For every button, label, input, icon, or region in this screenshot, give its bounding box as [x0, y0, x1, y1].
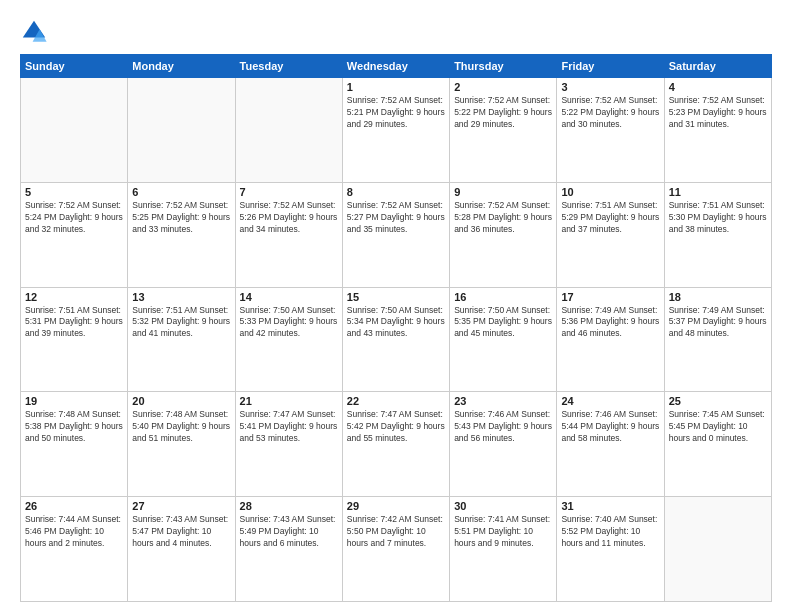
calendar-cell: 9Sunrise: 7:52 AM Sunset: 5:28 PM Daylig…: [450, 182, 557, 287]
day-number: 28: [240, 500, 338, 512]
calendar-cell: 8Sunrise: 7:52 AM Sunset: 5:27 PM Daylig…: [342, 182, 449, 287]
weekday-header-sunday: Sunday: [21, 55, 128, 78]
day-number: 9: [454, 186, 552, 198]
calendar-cell: [664, 497, 771, 602]
day-info: Sunrise: 7:45 AM Sunset: 5:45 PM Dayligh…: [669, 409, 767, 445]
day-number: 5: [25, 186, 123, 198]
day-number: 11: [669, 186, 767, 198]
day-number: 30: [454, 500, 552, 512]
day-info: Sunrise: 7:52 AM Sunset: 5:27 PM Dayligh…: [347, 200, 445, 236]
day-number: 7: [240, 186, 338, 198]
calendar-cell: [128, 78, 235, 183]
calendar-cell: 13Sunrise: 7:51 AM Sunset: 5:32 PM Dayli…: [128, 287, 235, 392]
week-row-1: 1Sunrise: 7:52 AM Sunset: 5:21 PM Daylig…: [21, 78, 772, 183]
day-info: Sunrise: 7:52 AM Sunset: 5:28 PM Dayligh…: [454, 200, 552, 236]
day-info: Sunrise: 7:52 AM Sunset: 5:24 PM Dayligh…: [25, 200, 123, 236]
calendar-cell: 6Sunrise: 7:52 AM Sunset: 5:25 PM Daylig…: [128, 182, 235, 287]
logo-icon: [20, 18, 48, 46]
calendar-cell: [21, 78, 128, 183]
calendar-cell: 14Sunrise: 7:50 AM Sunset: 5:33 PM Dayli…: [235, 287, 342, 392]
calendar-table: SundayMondayTuesdayWednesdayThursdayFrid…: [20, 54, 772, 602]
day-info: Sunrise: 7:48 AM Sunset: 5:38 PM Dayligh…: [25, 409, 123, 445]
day-number: 4: [669, 81, 767, 93]
day-number: 3: [561, 81, 659, 93]
day-number: 26: [25, 500, 123, 512]
day-info: Sunrise: 7:51 AM Sunset: 5:29 PM Dayligh…: [561, 200, 659, 236]
calendar-cell: 20Sunrise: 7:48 AM Sunset: 5:40 PM Dayli…: [128, 392, 235, 497]
weekday-header-row: SundayMondayTuesdayWednesdayThursdayFrid…: [21, 55, 772, 78]
weekday-header-wednesday: Wednesday: [342, 55, 449, 78]
day-number: 18: [669, 291, 767, 303]
day-number: 23: [454, 395, 552, 407]
day-info: Sunrise: 7:43 AM Sunset: 5:49 PM Dayligh…: [240, 514, 338, 550]
day-info: Sunrise: 7:50 AM Sunset: 5:35 PM Dayligh…: [454, 305, 552, 341]
day-info: Sunrise: 7:52 AM Sunset: 5:22 PM Dayligh…: [454, 95, 552, 131]
day-info: Sunrise: 7:46 AM Sunset: 5:44 PM Dayligh…: [561, 409, 659, 445]
day-info: Sunrise: 7:50 AM Sunset: 5:34 PM Dayligh…: [347, 305, 445, 341]
day-number: 27: [132, 500, 230, 512]
header: [20, 18, 772, 46]
calendar-cell: 26Sunrise: 7:44 AM Sunset: 5:46 PM Dayli…: [21, 497, 128, 602]
calendar-cell: 1Sunrise: 7:52 AM Sunset: 5:21 PM Daylig…: [342, 78, 449, 183]
calendar-cell: 28Sunrise: 7:43 AM Sunset: 5:49 PM Dayli…: [235, 497, 342, 602]
day-number: 8: [347, 186, 445, 198]
week-row-3: 12Sunrise: 7:51 AM Sunset: 5:31 PM Dayli…: [21, 287, 772, 392]
calendar-cell: 24Sunrise: 7:46 AM Sunset: 5:44 PM Dayli…: [557, 392, 664, 497]
day-number: 17: [561, 291, 659, 303]
day-info: Sunrise: 7:49 AM Sunset: 5:36 PM Dayligh…: [561, 305, 659, 341]
week-row-4: 19Sunrise: 7:48 AM Sunset: 5:38 PM Dayli…: [21, 392, 772, 497]
calendar-cell: 22Sunrise: 7:47 AM Sunset: 5:42 PM Dayli…: [342, 392, 449, 497]
calendar-cell: 4Sunrise: 7:52 AM Sunset: 5:23 PM Daylig…: [664, 78, 771, 183]
week-row-5: 26Sunrise: 7:44 AM Sunset: 5:46 PM Dayli…: [21, 497, 772, 602]
day-number: 2: [454, 81, 552, 93]
calendar-cell: 11Sunrise: 7:51 AM Sunset: 5:30 PM Dayli…: [664, 182, 771, 287]
day-number: 25: [669, 395, 767, 407]
calendar-cell: 10Sunrise: 7:51 AM Sunset: 5:29 PM Dayli…: [557, 182, 664, 287]
day-number: 19: [25, 395, 123, 407]
week-row-2: 5Sunrise: 7:52 AM Sunset: 5:24 PM Daylig…: [21, 182, 772, 287]
day-number: 13: [132, 291, 230, 303]
calendar-cell: 12Sunrise: 7:51 AM Sunset: 5:31 PM Dayli…: [21, 287, 128, 392]
day-info: Sunrise: 7:50 AM Sunset: 5:33 PM Dayligh…: [240, 305, 338, 341]
day-info: Sunrise: 7:49 AM Sunset: 5:37 PM Dayligh…: [669, 305, 767, 341]
day-number: 10: [561, 186, 659, 198]
weekday-header-monday: Monday: [128, 55, 235, 78]
weekday-header-saturday: Saturday: [664, 55, 771, 78]
calendar-cell: 3Sunrise: 7:52 AM Sunset: 5:22 PM Daylig…: [557, 78, 664, 183]
day-number: 20: [132, 395, 230, 407]
day-number: 31: [561, 500, 659, 512]
day-info: Sunrise: 7:44 AM Sunset: 5:46 PM Dayligh…: [25, 514, 123, 550]
day-info: Sunrise: 7:43 AM Sunset: 5:47 PM Dayligh…: [132, 514, 230, 550]
day-info: Sunrise: 7:52 AM Sunset: 5:23 PM Dayligh…: [669, 95, 767, 131]
weekday-header-friday: Friday: [557, 55, 664, 78]
day-info: Sunrise: 7:47 AM Sunset: 5:41 PM Dayligh…: [240, 409, 338, 445]
weekday-header-thursday: Thursday: [450, 55, 557, 78]
day-number: 24: [561, 395, 659, 407]
day-number: 14: [240, 291, 338, 303]
day-info: Sunrise: 7:52 AM Sunset: 5:25 PM Dayligh…: [132, 200, 230, 236]
calendar-cell: 15Sunrise: 7:50 AM Sunset: 5:34 PM Dayli…: [342, 287, 449, 392]
day-info: Sunrise: 7:47 AM Sunset: 5:42 PM Dayligh…: [347, 409, 445, 445]
page: SundayMondayTuesdayWednesdayThursdayFrid…: [0, 0, 792, 612]
day-info: Sunrise: 7:51 AM Sunset: 5:31 PM Dayligh…: [25, 305, 123, 341]
day-number: 22: [347, 395, 445, 407]
calendar-cell: 25Sunrise: 7:45 AM Sunset: 5:45 PM Dayli…: [664, 392, 771, 497]
calendar-cell: 31Sunrise: 7:40 AM Sunset: 5:52 PM Dayli…: [557, 497, 664, 602]
day-info: Sunrise: 7:52 AM Sunset: 5:26 PM Dayligh…: [240, 200, 338, 236]
day-info: Sunrise: 7:41 AM Sunset: 5:51 PM Dayligh…: [454, 514, 552, 550]
calendar-cell: 2Sunrise: 7:52 AM Sunset: 5:22 PM Daylig…: [450, 78, 557, 183]
calendar-cell: [235, 78, 342, 183]
day-number: 15: [347, 291, 445, 303]
calendar-cell: 30Sunrise: 7:41 AM Sunset: 5:51 PM Dayli…: [450, 497, 557, 602]
calendar-cell: 5Sunrise: 7:52 AM Sunset: 5:24 PM Daylig…: [21, 182, 128, 287]
calendar-cell: 27Sunrise: 7:43 AM Sunset: 5:47 PM Dayli…: [128, 497, 235, 602]
day-number: 1: [347, 81, 445, 93]
calendar-cell: 19Sunrise: 7:48 AM Sunset: 5:38 PM Dayli…: [21, 392, 128, 497]
calendar-cell: 16Sunrise: 7:50 AM Sunset: 5:35 PM Dayli…: [450, 287, 557, 392]
day-number: 21: [240, 395, 338, 407]
calendar-cell: 29Sunrise: 7:42 AM Sunset: 5:50 PM Dayli…: [342, 497, 449, 602]
day-info: Sunrise: 7:52 AM Sunset: 5:22 PM Dayligh…: [561, 95, 659, 131]
calendar-cell: 18Sunrise: 7:49 AM Sunset: 5:37 PM Dayli…: [664, 287, 771, 392]
day-info: Sunrise: 7:48 AM Sunset: 5:40 PM Dayligh…: [132, 409, 230, 445]
day-number: 6: [132, 186, 230, 198]
